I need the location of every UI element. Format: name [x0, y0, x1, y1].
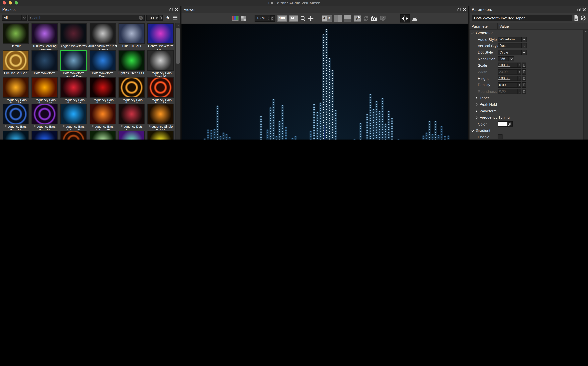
spinner-arrows-icon[interactable] [518, 76, 521, 81]
roundness-field[interactable]: 0.00 [498, 89, 518, 94]
param-row-peak-hold[interactable]: Peak Hold [469, 101, 583, 108]
preset-frequency-bars-polar-01[interactable]: Frequency Bars Polar 01 [146, 77, 175, 104]
preset-frequency-bars-crest-01[interactable]: Frequency Bars Crest 01 [146, 50, 175, 76]
zoom-spinner-icon[interactable] [267, 15, 270, 21]
reset-value-button[interactable] [522, 82, 526, 88]
preset-default[interactable]: Default [1, 23, 30, 50]
zoom-level-field[interactable]: 100% [255, 15, 275, 22]
chevron-down-icon[interactable] [522, 50, 527, 55]
preset-green-neon-swirl[interactable]: Green Neon Swirl [88, 130, 117, 139]
close-panel-icon[interactable] [582, 8, 586, 11]
spinner-arrows-icon[interactable] [518, 89, 521, 94]
clear-search-icon[interactable]: ✕ [139, 15, 143, 20]
thumbnail-size-stepper[interactable]: 100 [146, 15, 163, 21]
color-swatch[interactable] [498, 121, 513, 127]
refresh-icon[interactable] [580, 15, 586, 21]
size-reset-button[interactable] [159, 15, 163, 21]
preset-hex-floor[interactable]: Hex Floor [117, 130, 146, 139]
preset-frequency-bars-sphere-02[interactable]: Frequency Bars Sphere 02 [88, 104, 117, 130]
spinner-arrows-icon[interactable] [155, 15, 159, 20]
preset-mirrored-rotated-frequ[interactable]: Mirrored & Rotated Frequ... [146, 130, 175, 139]
dot-style-dropdown[interactable]: Circle [498, 50, 522, 55]
preset-circular-bar-grid[interactable]: Circular Bar Grid [1, 50, 30, 76]
histogram-icon[interactable] [412, 15, 418, 22]
preset-frequency-bars-mirrored-02[interactable]: Frequency Bars Mirrored 02 [59, 77, 88, 104]
parameters-scrollbar[interactable] [583, 30, 588, 139]
spinner-arrows-icon[interactable] [518, 82, 521, 88]
scroll-up-icon[interactable] [584, 30, 588, 34]
ab-compare-button[interactable]: A B [322, 15, 332, 22]
close-panel-icon[interactable] [463, 8, 466, 11]
close-panel-icon[interactable] [175, 8, 178, 11]
reset-value-button[interactable] [522, 63, 526, 68]
zoom-reset-button[interactable] [270, 15, 275, 21]
rgb-channels-icon[interactable] [232, 15, 239, 22]
preset-frequency-bars-polar-02[interactable]: Frequency Bars Polar 02 [1, 104, 30, 130]
density-field[interactable]: 0.00 [498, 82, 518, 88]
preset-glowing-polar-circles[interactable]: Glowing Polar Circles [30, 130, 59, 139]
preset-frequency-single-dot-01[interactable]: Frequency Single Dot 01 [146, 104, 175, 130]
crosshair-overlay-button[interactable] [400, 14, 410, 23]
width-field[interactable]: 23.00 [498, 69, 518, 75]
float-panel-icon[interactable] [577, 8, 580, 11]
vertical-style-dropdown[interactable]: Dots [498, 43, 522, 48]
float-panel-icon[interactable] [457, 8, 461, 11]
reset-value-button[interactable] [522, 76, 526, 81]
preset-frequency-bars-mirrored-04[interactable]: Frequency Bars Mirrored 04 [117, 77, 146, 104]
enable-checkbox[interactable] [498, 134, 502, 139]
chevron-down-icon[interactable] [509, 56, 514, 61]
viewer-canvas[interactable] [182, 23, 468, 139]
height-field[interactable]: 100.00 [498, 76, 518, 81]
split-horizontal-icon[interactable] [344, 15, 351, 22]
param-row-gradient[interactable]: Gradient [469, 127, 583, 134]
preset-frequency-bars-polar-03[interactable]: Frequency Bars Polar 03 [30, 104, 59, 130]
favorites-star-icon[interactable]: ★ [166, 15, 170, 21]
preset-glowing-swirled-warp-bars[interactable]: Glowing Swirled Warp Bars [59, 130, 88, 139]
preset-frequency-bars-mirrored-03[interactable]: Frequency Bars Mirrored 03 [88, 77, 117, 104]
preset-frequency-bars-crest-02[interactable]: Frequency Bars Crest 02 [1, 77, 30, 104]
presets-menu-icon[interactable] [173, 16, 177, 19]
spinner-arrows-icon[interactable] [518, 69, 521, 75]
chevron-down-icon[interactable] [522, 43, 527, 48]
audio-style-dropdown[interactable]: Waveform [498, 37, 522, 42]
a-overlay-button[interactable]: A [353, 15, 361, 22]
sync-icon[interactable] [363, 15, 368, 22]
preset-central-waveform-mo[interactable]: Central Waveform Mo... [146, 23, 175, 50]
search-input[interactable] [30, 15, 139, 20]
preset-dots-waveform-inverted-taper[interactable]: Dots Waveform Inverted Taper [59, 50, 88, 76]
notes-document-icon[interactable] [574, 15, 579, 21]
zoom-100-button[interactable]: 100 [277, 15, 287, 22]
scroll-up-icon[interactable] [176, 23, 180, 27]
preset-frequency-bars-mirrored-01[interactable]: Frequency Bars Mirrored 01 [30, 77, 59, 104]
preset-dots-waveform[interactable]: Dots Waveform [30, 50, 59, 76]
reset-value-button[interactable] [522, 69, 526, 75]
preset-name-input[interactable]: Dots Waveform Inverted Taper [472, 15, 572, 21]
preset-eighties-green-lcd[interactable]: Eighties Green LCD [117, 50, 146, 76]
fit-button[interactable]: FIT [289, 15, 298, 22]
preset-frequency-single-dot-02[interactable]: Frequency Single Dot 02 [1, 130, 30, 139]
reset-value-button[interactable] [522, 89, 526, 94]
resolution-dropdown[interactable]: 256 [498, 56, 509, 61]
preset-audio-visualizer-test-delete[interactable]: Audio Visualizer Test - Delete [88, 23, 117, 50]
screen-capture-icon[interactable] [379, 15, 386, 22]
preset-frequency-bars-sphere-01[interactable]: Frequency Bars Sphere 01 [59, 104, 88, 130]
preset-blue-hill-bars[interactable]: Blue Hill Bars [117, 23, 146, 50]
presets-scrollbar[interactable] [175, 23, 180, 139]
float-panel-icon[interactable] [169, 8, 173, 11]
param-row-taper[interactable]: Taper [469, 95, 583, 101]
preset-frequency-dots-mirrored[interactable]: Frequency Dots Mirrored [117, 104, 146, 130]
checkerboard-alpha-icon[interactable] [241, 15, 246, 22]
magnifier-icon[interactable] [300, 15, 305, 22]
preset-dots-waveform-taper[interactable]: Dots Waveform Taper [88, 50, 117, 76]
search-field[interactable]: ✕ [28, 15, 145, 21]
param-row-generator[interactable]: Generator [469, 30, 583, 36]
pan-move-icon[interactable] [308, 15, 313, 22]
split-vertical-icon[interactable] [334, 15, 341, 22]
preset-angled-waveforms[interactable]: Angled Waveforms [59, 23, 88, 50]
preset-filter-dropdown[interactable]: All [2, 15, 27, 21]
param-row-frequency-tuning[interactable]: Frequency Tuning [469, 114, 583, 121]
chevron-down-icon[interactable] [522, 37, 527, 42]
spinner-arrows-icon[interactable] [518, 63, 521, 68]
scale-field[interactable]: 100.00 [498, 63, 518, 68]
snapshot-camera-icon[interactable] [371, 15, 377, 22]
